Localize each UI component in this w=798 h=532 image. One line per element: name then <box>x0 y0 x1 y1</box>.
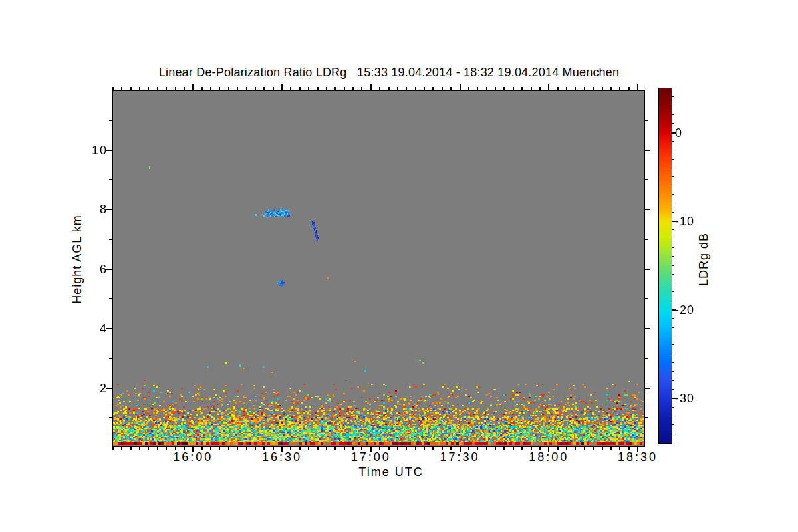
x-axis-minor-tick <box>255 447 256 450</box>
x-axis-minor-tick-top <box>121 87 122 90</box>
colorbar-minor-tick <box>672 239 674 239</box>
x-axis-minor-tick-top <box>539 87 541 90</box>
x-axis-minor-tick-top <box>495 87 496 90</box>
y-axis-label: Height AGL km <box>70 215 84 303</box>
x-axis-minor-tick-top <box>619 87 620 90</box>
x-axis-minor-tick <box>184 447 185 450</box>
x-axis-minor-tick-top <box>593 87 594 90</box>
plot-frame <box>112 90 645 447</box>
x-axis-minor-tick-top <box>503 87 505 90</box>
colorbar-tick-label: 0 <box>675 126 682 140</box>
colorbar-label: LDRg dB <box>697 233 711 286</box>
x-axis-minor-tick <box>326 447 327 450</box>
x-axis-minor-tick-top <box>406 87 407 90</box>
x-axis-minor-tick <box>628 447 630 450</box>
colorbar-minor-tick <box>672 168 674 168</box>
x-axis-minor-tick-top <box>139 87 140 90</box>
x-axis-minor-tick-top <box>432 87 434 90</box>
x-axis-minor-tick-top <box>290 87 291 90</box>
x-axis-minor-tick <box>361 447 362 450</box>
colorbar-minor-tick <box>672 203 674 203</box>
colorbar-minor-tick <box>672 106 674 106</box>
x-axis-minor-tick-top <box>255 87 256 90</box>
x-axis-minor-tick-top <box>513 87 514 90</box>
x-axis-minor-tick-top <box>397 87 398 90</box>
x-axis-minor-tick <box>139 447 140 450</box>
x-axis-major-tick-top <box>192 84 194 90</box>
colorbar-minor-tick <box>672 380 674 381</box>
x-axis-tick-label: 18:30 <box>618 450 658 464</box>
x-axis-minor-tick <box>486 447 487 450</box>
x-axis-minor-tick <box>379 447 380 450</box>
x-axis-minor-tick-top <box>308 87 309 90</box>
y-axis-tick-label: 4 <box>77 321 108 336</box>
colorbar <box>658 88 672 444</box>
colorbar-minor-tick <box>672 274 674 275</box>
x-axis-minor-tick <box>299 447 301 450</box>
x-axis-minor-tick-top <box>157 87 158 90</box>
y-axis-major-tick-right <box>645 388 650 389</box>
colorbar-minor-tick <box>672 186 674 186</box>
y-axis-minor-tick <box>109 358 112 359</box>
x-axis-minor-tick <box>148 447 149 450</box>
x-axis-minor-tick-top <box>557 87 559 90</box>
x-axis-minor-tick <box>575 447 576 450</box>
x-axis-label: Time UTC <box>358 466 423 479</box>
x-axis-minor-tick-top <box>112 87 114 90</box>
colorbar-minor-tick <box>672 265 674 266</box>
x-axis-minor-tick-top <box>326 87 327 90</box>
colorbar-minor-tick <box>672 150 674 150</box>
x-axis-minor-tick <box>130 447 132 450</box>
x-axis-minor-tick-top <box>486 87 487 90</box>
x-axis-minor-tick-top <box>628 87 630 90</box>
x-axis-minor-tick <box>513 447 514 450</box>
x-axis-minor-tick <box>424 447 425 450</box>
x-axis-minor-tick-top <box>219 87 220 90</box>
x-axis-tick-label: 18:00 <box>529 450 569 464</box>
colorbar-minor-tick <box>672 247 674 248</box>
x-axis-minor-tick <box>317 447 319 450</box>
x-axis-minor-tick <box>121 447 122 450</box>
colorbar-minor-tick <box>672 283 674 283</box>
x-axis-minor-tick <box>352 447 354 450</box>
x-axis-minor-tick <box>432 447 434 450</box>
x-axis-minor-tick <box>531 447 532 450</box>
x-axis-minor-tick-top <box>237 87 238 90</box>
colorbar-minor-tick <box>672 327 674 328</box>
colorbar-minor-tick <box>672 229 674 230</box>
x-axis-minor-tick-top <box>210 87 211 90</box>
heatmap-canvas <box>113 91 644 446</box>
x-axis-minor-tick-top <box>148 87 149 90</box>
x-axis-minor-tick <box>619 447 620 450</box>
x-axis-minor-tick-top <box>273 87 274 90</box>
x-axis-tick-label: 17:30 <box>440 450 480 464</box>
plot-title: Linear De-Polarization Ratio LDRg 15:33 … <box>159 66 619 80</box>
colorbar-minor-tick <box>672 336 674 336</box>
x-axis-minor-tick <box>450 447 452 450</box>
y-axis-minor-tick-right <box>645 120 648 121</box>
x-axis-tick-label: 16:30 <box>262 450 302 464</box>
x-axis-major-tick-top <box>637 84 638 90</box>
y-axis-minor-tick <box>109 179 112 180</box>
colorbar-minor-tick <box>672 434 674 434</box>
y-axis-tick-label: 8 <box>77 202 108 217</box>
colorbar-minor-tick <box>672 362 674 363</box>
x-axis-minor-tick-top <box>246 87 247 90</box>
colorbar-minor-tick <box>672 371 674 372</box>
colorbar-minor-tick <box>672 354 674 354</box>
x-axis-major-tick-top <box>460 84 461 90</box>
colorbar-minor-tick <box>672 291 674 292</box>
x-axis-minor-tick-top <box>361 87 362 90</box>
x-axis-minor-tick <box>566 447 567 450</box>
y-axis-minor-tick-right <box>645 298 648 299</box>
y-axis-minor-tick-right <box>645 417 648 418</box>
x-axis-minor-tick <box>237 447 238 450</box>
y-axis-major-tick-right <box>645 328 650 329</box>
x-axis-minor-tick <box>406 447 407 450</box>
x-axis-minor-tick-top <box>299 87 301 90</box>
x-axis-major-tick-top <box>281 84 283 90</box>
y-axis-major-tick-right <box>645 209 650 210</box>
x-axis-minor-tick-top <box>415 87 416 90</box>
x-axis-minor-tick <box>263 447 265 450</box>
x-axis-minor-tick-top <box>584 87 585 90</box>
